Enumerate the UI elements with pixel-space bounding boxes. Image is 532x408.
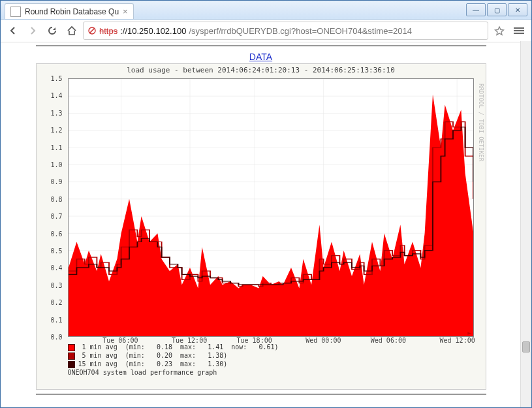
y-tick-label: 1.5	[50, 75, 62, 82]
insecure-icon	[87, 26, 97, 35]
y-tick-label: 0.7	[50, 213, 62, 220]
browser-tab[interactable]: Round Robin Database Qu ×	[5, 3, 134, 19]
legend-swatch-5min	[68, 353, 75, 360]
y-tick-label: 1.2	[50, 127, 62, 134]
y-tick-label: 1.1	[50, 144, 62, 151]
window-controls: — ▢ ✕	[465, 1, 531, 19]
address-bar[interactable]: https ://10.250.102.100 /sysperf/rrdbQUE…	[83, 22, 488, 40]
close-tab-icon[interactable]: ×	[123, 7, 128, 16]
legend-swatch-15min	[68, 361, 75, 368]
vertical-scrollbar[interactable]	[520, 41, 531, 407]
bookmark-button[interactable]	[491, 22, 508, 39]
url-host: ://10.250.102.100	[120, 26, 186, 36]
close-window-button[interactable]: ✕	[508, 3, 527, 16]
legend-5min: 5 min avg (min: 0.20 max: 1.38)	[78, 352, 228, 359]
titlebar: Round Robin Database Qu × — ▢ ✕	[1, 1, 531, 20]
tab-title: Round Robin Database Qu	[25, 7, 119, 16]
back-button[interactable]	[5, 22, 22, 39]
data-link-row: DATA	[36, 52, 486, 62]
y-tick-label: 0.4	[50, 264, 62, 272]
y-tick-label: 1.4	[50, 92, 62, 99]
menu-button[interactable]	[510, 22, 527, 39]
y-tick-label: 0.0	[50, 334, 62, 341]
minimize-button[interactable]: —	[466, 3, 486, 16]
y-axis-labels: 0.00.10.20.30.40.50.60.70.80.91.01.11.21…	[37, 78, 65, 337]
y-tick-label: 1.3	[50, 109, 62, 116]
legend-15min: 15 min avg (min: 0.23 max: 1.30)	[78, 360, 228, 368]
rrd-graph: load usage - between 2014:06:24:01:20:13…	[36, 63, 486, 390]
rrdtool-watermark: RRDTOOL / TOBI OETIKER	[478, 84, 484, 161]
legend-footer: ONEOH704 system load performance graph	[68, 369, 217, 376]
graph-title: load usage - between 2014:06:24:01:20:13…	[37, 64, 486, 74]
browser-window: Round Robin Database Qu × — ▢ ✕ https :/…	[0, 0, 532, 408]
maximize-button[interactable]: ▢	[487, 3, 507, 16]
y-tick-label: 0.3	[50, 281, 62, 289]
hr-bottom	[36, 394, 486, 395]
legend-1min: 1 min avg (min: 0.18 max: 1.41 now: 0.61…	[78, 343, 279, 351]
url-path: /sysperf/rrdbQUERYDB.cgi?host=ONEOH704&s…	[189, 26, 412, 36]
y-tick-label: 1.0	[50, 161, 62, 168]
forward-button[interactable]	[24, 22, 41, 39]
legend: 1 min avg (min: 0.18 max: 1.41 now: 0.61…	[68, 334, 474, 385]
hr-top	[36, 45, 486, 46]
legend-swatch-1min	[68, 344, 75, 351]
reload-button[interactable]	[44, 22, 61, 39]
y-tick-label: 0.1	[50, 316, 62, 323]
y-tick-label: 0.9	[50, 178, 62, 185]
url-scheme: https	[99, 26, 117, 36]
browser-toolbar: https ://10.250.102.100 /sysperf/rrdbQUE…	[1, 20, 531, 42]
home-button[interactable]	[63, 22, 80, 39]
y-tick-label: 0.5	[50, 247, 62, 254]
y-tick-label: 0.2	[50, 299, 62, 306]
y-tick-label: 0.8	[50, 195, 62, 202]
plot-area	[68, 78, 474, 337]
data-link[interactable]: DATA	[249, 52, 272, 62]
scrollbar-thumb[interactable]	[522, 341, 530, 353]
page-content: DATA load usage - between 2014:06:24:01:…	[1, 41, 521, 407]
svg-line-1	[89, 28, 95, 33]
y-tick-label: 0.6	[50, 230, 62, 237]
page-favicon-icon	[10, 7, 21, 17]
